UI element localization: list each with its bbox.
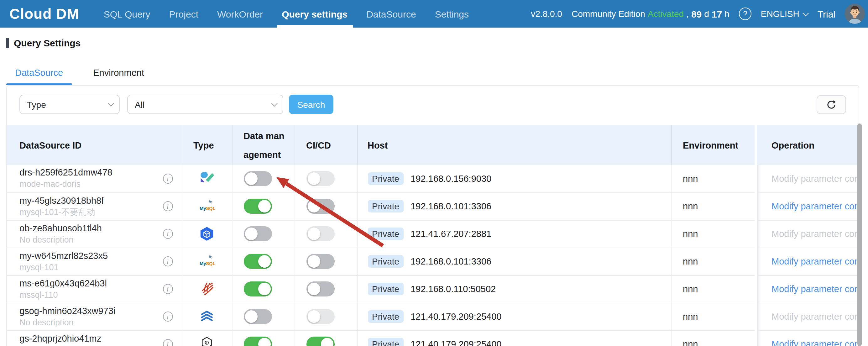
info-circle-icon[interactable] — [163, 201, 173, 211]
modify-parameter-link[interactable]: Modify parameter config — [772, 312, 859, 321]
datasource-id: my-w645mzrl82s23x5 — [20, 250, 108, 261]
hours-remaining: 17 — [712, 8, 722, 19]
info-circle-icon[interactable] — [163, 256, 173, 266]
chevron-down-icon — [803, 10, 809, 16]
db-type-icon — [199, 281, 215, 297]
cicd-toggle[interactable] — [306, 281, 334, 296]
col-header-type: Type — [182, 125, 232, 165]
network-scope-badge: Private — [368, 283, 404, 295]
db-type-icon — [199, 170, 215, 187]
datasource-description: No description — [20, 317, 115, 327]
app-logo[interactable]: Cloud DM — [9, 5, 79, 22]
environment-value: nnn — [671, 220, 756, 248]
data-management-toggle[interactable] — [244, 171, 272, 186]
toggle-knob — [307, 283, 320, 295]
host-address: 192.168.0.110:50502 — [410, 284, 496, 294]
data-management-toggle[interactable] — [244, 199, 272, 214]
table-header-row: DataSource ID Type Data management CI/CD… — [7, 125, 859, 165]
info-circle-icon[interactable] — [163, 174, 173, 184]
help-icon[interactable]: ? — [739, 7, 751, 20]
modify-parameter-link[interactable]: Modify parameter config — [772, 339, 859, 346]
filter-type-select[interactable]: Type — [20, 95, 120, 114]
network-scope-badge: Private — [368, 338, 404, 346]
data-management-toggle[interactable] — [244, 337, 272, 346]
toggle-knob — [258, 283, 271, 295]
datasource-id: my-45glsz30918bh8f — [20, 195, 104, 206]
host-address: 121.40.179.209:25400 — [410, 339, 501, 346]
toggle-knob — [307, 200, 320, 213]
days-unit: d — [704, 9, 709, 19]
plan-label: Trial — [817, 8, 835, 19]
filter-value-select[interactable]: All — [127, 95, 283, 114]
info-circle-icon[interactable] — [163, 339, 173, 346]
nav-item-datasource[interactable]: DataSource — [357, 0, 425, 28]
data-management-toggle[interactable] — [244, 226, 272, 241]
table-row: drs-h259f6251dmw478mode-mac-doris Privat… — [7, 165, 859, 192]
cicd-toggle[interactable] — [306, 309, 334, 324]
toggle-knob — [258, 338, 271, 346]
network-scope-badge: Private — [368, 200, 404, 213]
days-remaining: 89 — [691, 8, 702, 19]
toggle-knob — [258, 200, 271, 213]
toggle-knob — [245, 227, 257, 240]
db-type-icon — [199, 198, 215, 214]
col-header-environment: Environment — [671, 125, 756, 165]
toggle-knob — [245, 172, 257, 185]
datasource-id: gsog-hmin6o243xw973i — [20, 306, 115, 316]
refresh-button[interactable] — [816, 95, 846, 114]
toggle-knob — [307, 172, 320, 185]
nav-item-query-settings[interactable]: Query settings — [272, 0, 357, 28]
col-header-data-management: Data management — [232, 125, 294, 165]
navbar-right: v2.8.0.0 Community Edition Activated , 8… — [531, 4, 868, 24]
cicd-toggle[interactable] — [306, 199, 334, 214]
data-management-toggle[interactable] — [244, 281, 272, 296]
title-accent-bar — [6, 38, 9, 48]
chevron-down-icon — [108, 100, 114, 106]
host-address: 121.40.179.209:25400 — [410, 312, 501, 321]
cicd-toggle[interactable] — [306, 171, 334, 186]
cicd-toggle[interactable] — [306, 226, 334, 241]
search-button[interactable]: Search — [289, 95, 333, 114]
toggle-knob — [307, 227, 320, 240]
table-row: my-w645mzrl82s23x5mysql-101 Private192.1… — [7, 248, 859, 275]
data-management-toggle[interactable] — [244, 309, 272, 324]
nav-item-project[interactable]: Project — [160, 0, 208, 28]
language-label: ENGLISH — [761, 9, 799, 19]
environment-value: nnn — [671, 248, 756, 275]
refresh-icon — [826, 99, 837, 111]
nav-item-workorder[interactable]: WorkOrder — [208, 0, 272, 28]
datasource-description: mysql-101 — [20, 262, 108, 272]
modify-parameter-link[interactable]: Modify parameter config — [772, 256, 859, 266]
cicd-toggle[interactable] — [306, 337, 334, 346]
toggle-knob — [320, 338, 333, 346]
page-title: Query Settings — [6, 38, 81, 48]
datasource-table: DataSource ID Type Data management CI/CD… — [7, 125, 859, 346]
modify-parameter-link[interactable]: Modify parameter config — [772, 174, 859, 184]
modify-parameter-link[interactable]: Modify parameter config — [772, 229, 859, 239]
nav-item-sql-query[interactable]: SQL Query — [94, 0, 160, 28]
environment-value: nnn — [671, 165, 756, 192]
tab-environment[interactable]: Environment — [84, 62, 153, 83]
environment-value: nnn — [671, 192, 756, 220]
language-selector[interactable]: ENGLISH — [761, 9, 808, 19]
environment-value: nnn — [671, 303, 756, 330]
cicd-toggle[interactable] — [306, 254, 334, 269]
modify-parameter-link[interactable]: Modify parameter config — [772, 284, 859, 294]
content-card: Type All Search DataSource ID — [6, 85, 859, 346]
app-window: Cloud DM SQL Query Project WorkOrder Que… — [0, 0, 868, 346]
table-row: ob-ze8ahuosob1tl4hNo description Private… — [7, 220, 859, 248]
avatar[interactable] — [845, 4, 865, 24]
info-circle-icon[interactable] — [163, 284, 173, 294]
tab-datasource[interactable]: DataSource — [6, 62, 72, 83]
chevron-down-icon — [271, 100, 278, 106]
info-circle-icon[interactable] — [163, 312, 173, 321]
datasource-id: ms-e61g0x43q624b3l — [20, 278, 107, 289]
vertical-scrollbar[interactable] — [857, 124, 862, 346]
modify-parameter-link[interactable]: Modify parameter config — [772, 201, 859, 211]
top-navbar: Cloud DM SQL Query Project WorkOrder Que… — [0, 0, 868, 28]
info-circle-icon[interactable] — [163, 229, 173, 239]
nav-item-settings[interactable]: Settings — [426, 0, 478, 28]
data-management-toggle[interactable] — [244, 254, 272, 269]
host-address: 192.168.0.156:9030 — [410, 174, 491, 184]
toggle-knob — [307, 255, 320, 268]
